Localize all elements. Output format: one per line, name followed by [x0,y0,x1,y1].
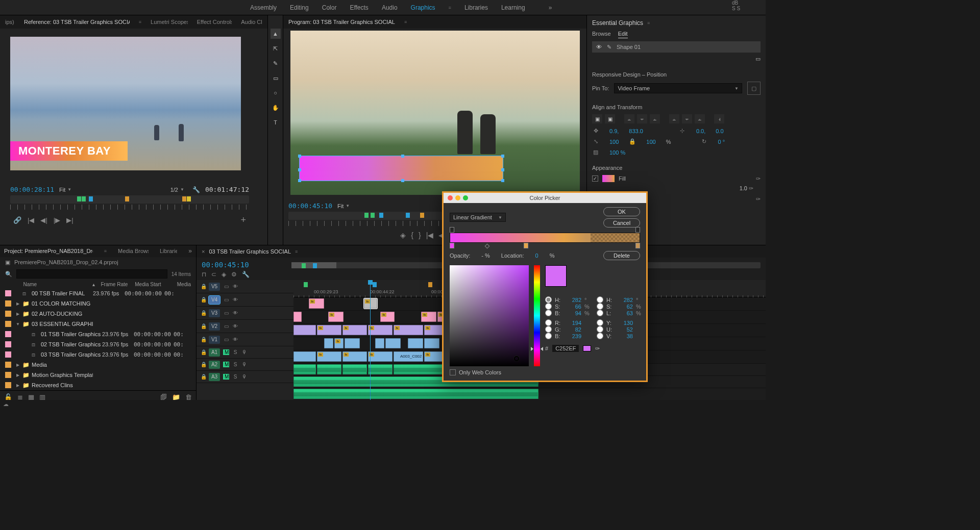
gradient-midpoint[interactable] [485,244,490,249]
ws-graphics[interactable]: Graphics [411,4,435,11]
ref-tab-reference[interactable]: Reference: 03 TSB Trailer Graphics SOCIA… [24,19,130,25]
timeline-timecode[interactable]: 00:00:45:10 [197,258,255,269]
direct-select-icon[interactable]: ⇱ [271,43,281,54]
eyedropper-icon[interactable]: ✑ [595,345,600,352]
step-fwd-icon[interactable]: |▶ [54,216,60,224]
h2-radio[interactable] [597,296,603,303]
step-back-icon[interactable]: ◀| [40,216,47,224]
project-row[interactable]: ▶📁Motion Graphics Template [0,370,196,380]
align-icon[interactable]: ▣ [592,114,602,123]
gang-icon[interactable]: 🔗 [13,216,21,224]
hand-tool-icon[interactable]: ✋ [271,103,281,113]
ws-libraries[interactable]: Libraries [464,4,488,11]
b2-radio[interactable] [545,333,552,339]
ref-timecode[interactable]: 00:00:28:11 [10,186,54,193]
align-top-icon[interactable]: ⫠ [669,114,679,123]
delete-button[interactable]: Delete [603,251,640,260]
project-row[interactable]: ▶📁01 COLOR MATCHING [0,298,196,309]
out-icon[interactable]: } [419,231,421,239]
anchor-x[interactable]: 0.0, [696,128,705,134]
web-colors-checkbox[interactable] [450,369,456,375]
project-row[interactable]: ⧈01 TSB Trailer Graphics23.976 fps00:00:… [0,329,196,339]
audio-track-header[interactable]: 🔒A1MS🎙 [197,346,293,359]
ws-audio[interactable]: Audio [382,4,398,11]
sat-light-picker[interactable] [450,265,529,366]
minimize-icon[interactable] [455,195,460,200]
ws-color[interactable]: Color [322,4,337,11]
video-track-header[interactable]: 🔒V5▭👁 [197,280,293,293]
proj-tab[interactable]: Project: PremierePro_NAB2018_Drop_02.4 [4,248,93,254]
selection-tool-icon[interactable]: ▲ [271,29,281,39]
close-icon[interactable] [448,195,453,200]
gradient-stop[interactable] [635,243,640,248]
zoom-icon[interactable] [463,195,468,200]
project-row[interactable]: ▶📁Media [0,360,196,370]
tl-menu-icon[interactable]: ≡ [295,249,298,254]
ws-assembly[interactable]: Assembly [250,4,277,11]
col-fr[interactable]: Frame Rate [101,282,132,287]
fill-swatch[interactable] [602,175,615,182]
snap-icon[interactable]: ⊓ [202,271,206,278]
distribute-icon[interactable]: ⫞ [714,114,724,123]
ref-tab-clips[interactable]: ips) [5,19,15,25]
align-right-icon[interactable]: ⫠ [650,114,660,123]
l-radio[interactable] [597,310,603,316]
color-picker-dialog[interactable]: Color Picker Linear Gradient▼ OK Cancel … [442,191,648,382]
timeline-title[interactable]: 03 TSB Trailer Graphics SOCIAL [209,248,291,255]
r-radio[interactable] [545,319,552,326]
ref-zoom-dropdown[interactable]: Fit▼ [59,187,71,193]
video-track-header[interactable]: 🔒V4▭👁 [197,293,293,307]
ws-overflow-icon[interactable]: » [549,4,552,11]
type-tool-icon[interactable]: T [271,117,281,128]
gradient-editor[interactable] [450,233,640,243]
program-zoom-dropdown[interactable]: Fit▼ [337,203,350,209]
project-row[interactable]: ▶📁02 AUTO-DUCKING [0,309,196,319]
col-md[interactable]: Media [177,282,191,287]
color-picker-titlebar[interactable]: Color Picker [444,193,646,203]
overflow-icon[interactable]: » [188,247,192,255]
video-track-header[interactable]: 🔒V2▭👁 [197,320,293,333]
ellipse-tool-icon[interactable]: ○ [271,88,281,98]
rectangle-tool-icon[interactable]: ▭ [271,73,281,83]
anchor-y[interactable]: 0.0 [716,128,723,134]
ref-res-dropdown[interactable]: 1/2▼ [170,187,184,193]
scale-w[interactable]: 100 [609,139,619,145]
ref-tab-audio[interactable]: Audio Cli [241,19,262,25]
v-radio[interactable] [597,333,603,339]
audio-track-header[interactable]: 🔒A2MS🎙 [197,359,293,371]
eg-tab-browse[interactable]: Browse [592,31,611,38]
project-row[interactable]: ⧈00 TSB Trailer FINAL23.976 fps00:00:00:… [0,288,196,298]
u-radio[interactable] [597,326,603,333]
eg-tab-edit[interactable]: Edit [618,31,628,38]
wrench-icon[interactable]: 🔧 [242,271,250,278]
g-radio[interactable] [545,326,552,333]
video-track-header[interactable]: 🔒V3▭👁 [197,307,293,320]
pos-y[interactable]: 833.0 [629,128,643,134]
cancel-button[interactable]: Cancel [603,218,640,228]
align-icon[interactable]: ▣ [605,114,615,123]
sort-icon[interactable]: ▴ [92,282,95,287]
col-ms[interactable]: Media Start [135,282,174,287]
project-row[interactable]: ⧈03 TSB Trailer Graphics23.976 fps00:00:… [0,349,196,360]
goto-out-icon[interactable]: ▶| [66,216,73,224]
opacity-val[interactable]: 100 % [609,149,625,156]
y-radio[interactable] [597,319,603,326]
align-vcenter-icon[interactable]: ⫟ [682,114,692,123]
settings-icon[interactable]: ⚙ [231,271,237,278]
gradient-stop[interactable] [524,243,528,248]
project-row[interactable]: ▼📁03 ESSENTIAL GRAPHICS [0,319,196,329]
goto-in-icon[interactable]: |◀ [426,231,434,239]
ref-menu-icon[interactable]: ≡ [139,19,141,24]
playhead[interactable] [370,280,371,403]
program-monitor[interactable] [290,31,580,195]
pin-to-dropdown[interactable]: Video Frame▼ [614,83,742,93]
project-row[interactable]: ▶📁Recovered Clins [0,380,196,390]
visibility-icon[interactable]: 👁 [596,44,602,50]
link-icon[interactable]: ⊂ [211,271,216,278]
location-value[interactable]: 0 [535,253,538,259]
audio-track-header[interactable]: 🔒A3MS🎙 [197,371,293,383]
program-menu-icon[interactable]: ≡ [404,19,407,24]
opacity-value[interactable]: - % [481,253,490,259]
marker-icon[interactable]: ◈ [222,271,226,278]
ws-editing[interactable]: Editing [290,4,309,11]
